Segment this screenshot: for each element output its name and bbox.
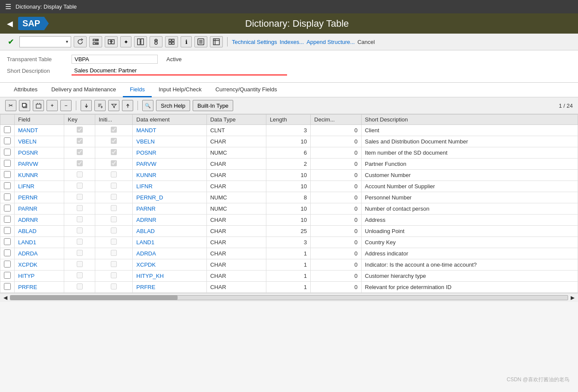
toolbar-btn-9[interactable] <box>194 36 207 47</box>
row-checkbox[interactable] <box>4 227 11 234</box>
init-checkbox[interactable] <box>111 216 117 222</box>
key-checkbox[interactable] <box>77 138 83 144</box>
tab-fields[interactable]: Fields <box>123 83 152 97</box>
add-row-button[interactable]: + <box>47 100 58 111</box>
row-checkbox[interactable] <box>4 238 11 245</box>
field-link[interactable]: LAND1 <box>18 239 36 246</box>
tab-attributes[interactable]: Attributes <box>7 83 44 97</box>
data-element-link[interactable]: KUNNR <box>136 172 156 178</box>
init-checkbox[interactable] <box>111 127 117 133</box>
init-checkbox[interactable] <box>111 171 117 177</box>
key-checkbox[interactable] <box>77 160 83 166</box>
scroll-right-arrow[interactable]: ▶ <box>571 295 575 301</box>
search-button[interactable]: 🔍 <box>142 100 153 111</box>
row-checkbox[interactable] <box>4 137 11 144</box>
cancel-link[interactable]: Cancel <box>357 39 375 45</box>
row-checkbox[interactable] <box>4 283 11 290</box>
row-checkbox[interactable] <box>4 261 11 268</box>
data-element-link[interactable]: HITYP_KH <box>136 273 164 279</box>
row-checkbox[interactable] <box>4 272 11 279</box>
data-element-link[interactable]: MANDT <box>136 127 156 134</box>
field-link[interactable]: ADRDA <box>18 250 38 257</box>
field-link[interactable]: XCPDK <box>18 261 37 268</box>
init-checkbox[interactable] <box>111 239 117 245</box>
data-element-link[interactable]: ADRNR <box>136 217 156 223</box>
data-element-link[interactable]: VBELN <box>136 138 155 145</box>
tab-currency[interactable]: Currency/Quantity Fields <box>209 83 284 97</box>
append-structure-link[interactable]: Append Structure... <box>306 39 355 45</box>
toolbar-btn-2[interactable] <box>89 36 102 47</box>
toolbar-btn-1[interactable] <box>74 36 87 47</box>
toolbar-btn-7[interactable] <box>165 36 178 47</box>
data-element-link[interactable]: PARVW <box>136 161 156 167</box>
field-link[interactable]: VBELN <box>18 138 37 145</box>
init-checkbox[interactable] <box>111 138 117 144</box>
init-checkbox[interactable] <box>111 205 117 211</box>
scroll-left-arrow[interactable]: ◀ <box>3 295 7 301</box>
key-checkbox[interactable] <box>77 216 83 222</box>
key-checkbox[interactable] <box>77 183 83 189</box>
back-button[interactable]: ◀ <box>7 19 13 28</box>
row-checkbox[interactable] <box>4 126 11 133</box>
key-checkbox[interactable] <box>77 127 83 133</box>
field-link[interactable]: MANDT <box>18 127 38 134</box>
key-checkbox[interactable] <box>77 149 83 155</box>
remove-row-button[interactable]: − <box>60 100 72 111</box>
row-checkbox[interactable] <box>4 216 11 223</box>
toolbar-btn-8[interactable]: ℹ <box>181 36 192 47</box>
sort-button[interactable] <box>94 100 106 111</box>
key-checkbox[interactable] <box>77 250 83 256</box>
init-checkbox[interactable] <box>111 183 117 189</box>
desc-input[interactable] <box>72 66 287 75</box>
row-checkbox[interactable] <box>4 182 11 189</box>
move-down-button[interactable] <box>81 100 92 111</box>
key-checkbox[interactable] <box>77 261 83 267</box>
filter-button[interactable] <box>108 100 119 111</box>
row-checkbox[interactable] <box>4 205 11 212</box>
confirm-button[interactable]: ✔ <box>5 36 17 47</box>
indexes-link[interactable]: Indexes... <box>280 39 304 45</box>
field-link[interactable]: HITYP <box>18 273 34 279</box>
data-element-link[interactable]: PERNR_D <box>136 194 163 201</box>
init-checkbox[interactable] <box>111 227 117 233</box>
field-link[interactable]: PARNR <box>18 205 37 212</box>
init-checkbox[interactable] <box>111 160 117 166</box>
field-link[interactable]: LIFNR <box>18 183 34 190</box>
toolbar-btn-5[interactable] <box>134 36 147 47</box>
scroll-track[interactable] <box>10 295 568 300</box>
row-checkbox[interactable] <box>4 160 11 167</box>
field-link[interactable]: POSNR <box>18 149 38 156</box>
data-element-link[interactable]: PARNR <box>136 205 156 212</box>
copy-button[interactable] <box>19 100 30 111</box>
built-in-type-button[interactable]: Built-In Type <box>193 100 233 111</box>
init-checkbox[interactable] <box>111 272 117 278</box>
field-link[interactable]: PARVW <box>18 161 38 167</box>
field-link[interactable]: ABLAD <box>18 228 37 234</box>
key-checkbox[interactable] <box>77 272 83 278</box>
field-link[interactable]: PERNR <box>18 194 38 201</box>
command-select[interactable] <box>19 36 71 47</box>
key-checkbox[interactable] <box>77 194 83 200</box>
row-checkbox[interactable] <box>4 149 11 156</box>
data-element-link[interactable]: ADRDA <box>136 250 156 257</box>
field-link[interactable]: ADRNR <box>18 217 38 223</box>
init-checkbox[interactable] <box>111 149 117 155</box>
key-checkbox[interactable] <box>77 205 83 211</box>
move-up-button[interactable] <box>122 100 133 111</box>
init-checkbox[interactable] <box>111 194 117 200</box>
init-checkbox[interactable] <box>111 283 117 289</box>
paste-button[interactable] <box>33 100 44 111</box>
toolbar-btn-4[interactable]: ✦ <box>120 36 131 47</box>
srch-help-button[interactable]: Srch Help <box>156 100 190 111</box>
key-checkbox[interactable] <box>77 171 83 177</box>
toolbar-btn-6[interactable] <box>150 36 162 47</box>
data-element-link[interactable]: XCPDK <box>136 261 156 268</box>
toolbar-btn-10[interactable] <box>210 36 223 47</box>
row-checkbox[interactable] <box>4 249 11 256</box>
data-element-link[interactable]: LIFNR <box>136 183 153 190</box>
command-select-wrap[interactable] <box>19 36 71 47</box>
data-element-link[interactable]: ABLAD <box>136 228 155 234</box>
field-link[interactable]: PRFRE <box>18 284 37 290</box>
toolbar-btn-3[interactable] <box>105 36 118 47</box>
key-checkbox[interactable] <box>77 239 83 245</box>
